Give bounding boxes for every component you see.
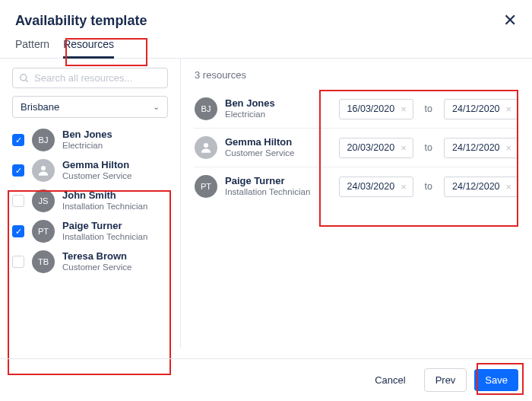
prev-button[interactable]: Prev — [424, 368, 467, 392]
clear-icon[interactable]: × — [506, 142, 512, 154]
modal-body: Brisbane ⌄ ✓ BJ Ben Jones Electrician ✓ — [0, 59, 532, 348]
resource-info: Teresa Brown Customer Service — [62, 250, 131, 272]
to-label: to — [425, 181, 432, 192]
end-date-input[interactable]: 24/12/2020 × — [444, 99, 518, 119]
resource-role: Electrician — [62, 141, 112, 151]
resource-role: Installation Technician — [62, 202, 147, 212]
resource-list: ✓ BJ Ben Jones Electrician ✓ Gemma Hilto… — [12, 129, 168, 273]
assigned-who: BJ Ben Jones Electrician — [195, 97, 331, 120]
checkbox[interactable] — [12, 256, 24, 268]
resource-role: Installation Technician — [225, 187, 310, 198]
svg-point-3 — [204, 143, 208, 148]
list-item[interactable]: ✓ PT Paige Turner Installation Technicia… — [12, 220, 168, 243]
clear-icon[interactable]: × — [401, 103, 407, 115]
assigned-who: Gemma Hilton Customer Service — [195, 136, 331, 159]
svg-point-2 — [41, 166, 46, 170]
search-icon — [19, 73, 30, 84]
assigned-who: PT Paige Turner Installation Technician — [195, 175, 331, 198]
to-label: to — [425, 142, 432, 153]
avatar — [32, 159, 55, 182]
clear-icon[interactable]: × — [506, 103, 512, 115]
resource-info: John Smith Installation Technician — [62, 189, 147, 212]
modal-title: Availability template — [15, 13, 147, 29]
tab-pattern[interactable]: Pattern — [15, 38, 49, 58]
date-value: 24/12/2020 — [452, 181, 500, 192]
save-button[interactable]: Save — [474, 369, 518, 391]
checkbox[interactable]: ✓ — [12, 225, 24, 237]
resource-name: Paige Turner — [62, 220, 147, 232]
avatar: PT — [195, 175, 217, 198]
assigned-panel: 3 resources BJ Ben Jones Electrician 16/… — [181, 59, 532, 348]
start-date-input[interactable]: 20/03/2020 × — [339, 138, 413, 158]
table-row: BJ Ben Jones Electrician 16/03/2020 × to… — [195, 90, 518, 129]
resource-name: Gemma Hilton — [225, 136, 294, 148]
resource-name: John Smith — [62, 189, 147, 202]
table-row: Gemma Hilton Customer Service 20/03/2020… — [195, 129, 518, 167]
date-value: 20/03/2020 — [347, 142, 395, 153]
resource-info: Ben Jones Electrician — [62, 129, 112, 151]
checkbox[interactable]: ✓ — [12, 164, 24, 177]
svg-point-0 — [21, 74, 27, 80]
checkbox[interactable]: ✓ — [12, 134, 24, 146]
clear-icon[interactable]: × — [401, 142, 407, 154]
table-row: PT Paige Turner Installation Technician … — [195, 167, 518, 205]
start-date-input[interactable]: 16/03/2020 × — [339, 99, 413, 119]
modal-footer: Cancel Prev Save — [0, 358, 532, 401]
resource-role: Electrician — [225, 110, 275, 120]
avatar: BJ — [195, 97, 217, 120]
resource-info: Gemma Hilton Customer Service — [225, 136, 294, 158]
tab-bar: Pattern Resources — [0, 29, 532, 59]
chevron-down-icon: ⌄ — [153, 102, 160, 112]
list-item[interactable]: JS John Smith Installation Technician — [12, 189, 168, 212]
resource-sidebar: Brisbane ⌄ ✓ BJ Ben Jones Electrician ✓ — [0, 59, 181, 348]
resource-count: 3 resources — [195, 69, 518, 81]
avatar: JS — [32, 189, 55, 212]
assigned-list: BJ Ben Jones Electrician 16/03/2020 × to… — [195, 90, 518, 205]
list-item[interactable]: ✓ Gemma Hilton Customer Service — [12, 159, 168, 182]
resource-info: Ben Jones Electrician — [225, 97, 275, 119]
date-value: 24/03/2020 — [347, 181, 395, 192]
resource-info: Gemma Hilton Customer Service — [62, 159, 131, 181]
date-value: 24/12/2020 — [452, 103, 500, 114]
resource-name: Ben Jones — [62, 129, 112, 141]
resource-role: Installation Technician — [62, 232, 147, 243]
resource-name: Ben Jones — [225, 97, 275, 110]
to-label: to — [425, 103, 432, 114]
location-select-value: Brisbane — [21, 101, 59, 113]
checkbox[interactable] — [12, 195, 24, 207]
resource-name: Gemma Hilton — [62, 159, 131, 171]
list-item[interactable]: TB Teresa Brown Customer Service — [12, 250, 168, 273]
close-icon[interactable]: ✕ — [503, 12, 517, 29]
resource-role: Customer Service — [62, 171, 131, 182]
search-input-wrap[interactable] — [12, 68, 168, 88]
clear-icon[interactable]: × — [401, 181, 407, 193]
cancel-button[interactable]: Cancel — [364, 369, 416, 391]
svg-line-1 — [26, 79, 28, 81]
avatar: TB — [32, 250, 55, 273]
availability-template-modal: Availability template ✕ Pattern Resource… — [0, 0, 532, 401]
resource-role: Customer Service — [225, 148, 294, 159]
date-value: 16/03/2020 — [347, 103, 395, 114]
location-select[interactable]: Brisbane ⌄ — [12, 96, 168, 118]
avatar — [195, 136, 217, 159]
tab-resources[interactable]: Resources — [63, 38, 114, 58]
end-date-input[interactable]: 24/12/2020 × — [444, 177, 518, 197]
avatar: PT — [32, 220, 55, 243]
end-date-input[interactable]: 24/12/2020 × — [444, 138, 518, 158]
clear-icon[interactable]: × — [506, 181, 512, 193]
resource-name: Paige Turner — [225, 175, 310, 187]
date-value: 24/12/2020 — [452, 142, 500, 153]
resource-role: Customer Service — [62, 263, 131, 273]
list-item[interactable]: ✓ BJ Ben Jones Electrician — [12, 129, 168, 151]
resource-info: Paige Turner Installation Technician — [225, 175, 310, 197]
search-input[interactable] — [34, 72, 162, 84]
start-date-input[interactable]: 24/03/2020 × — [339, 177, 413, 197]
avatar: BJ — [32, 129, 55, 151]
resource-name: Teresa Brown — [62, 250, 131, 263]
modal-header: Availability template ✕ — [0, 0, 532, 29]
resource-info: Paige Turner Installation Technician — [62, 220, 147, 242]
